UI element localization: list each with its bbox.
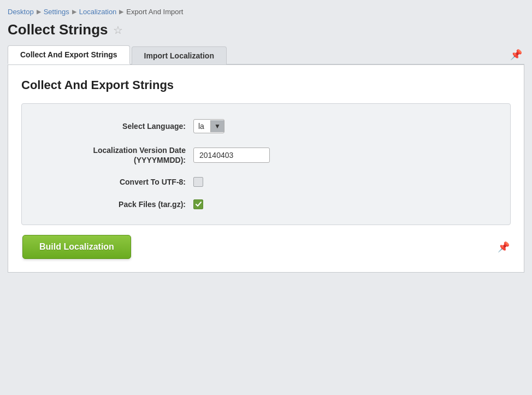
breadcrumb-sep-2: ▶: [72, 8, 76, 15]
breadcrumb-desktop[interactable]: Desktop: [8, 8, 34, 16]
pack-files-label: Pack Files (tar.gz):: [44, 199, 186, 209]
pack-files-row: Pack Files (tar.gz):: [44, 199, 488, 209]
localization-version-input[interactable]: [193, 148, 270, 163]
select-language-label: Select Language:: [44, 121, 186, 131]
convert-utf8-label: Convert To UTF-8:: [44, 177, 186, 187]
select-language-row: Select Language: la ▼: [44, 119, 488, 133]
localization-version-label: Localization Version Date (YYYYMMDD):: [44, 145, 186, 165]
language-select[interactable]: la ▼: [193, 119, 224, 133]
breadcrumb-sep-3: ▶: [119, 8, 123, 15]
favorite-star-icon[interactable]: ☆: [113, 23, 123, 37]
breadcrumb-current: Export And Import: [126, 8, 183, 16]
tab-collect-export[interactable]: Collect And Export Strings: [8, 45, 130, 64]
build-localization-button[interactable]: Build Localization: [22, 235, 131, 259]
convert-utf8-checkbox[interactable]: [193, 177, 203, 187]
language-select-arrow-icon[interactable]: ▼: [210, 120, 224, 132]
pin-icon-bottom[interactable]: 📌: [498, 241, 510, 253]
content-panel: Collect And Export Strings Select Langua…: [8, 65, 524, 273]
main-container: Desktop ▶ Settings ▶ Localization ▶ Expo…: [0, 0, 532, 395]
tabs-bar: Collect And Export Strings Import Locali…: [8, 45, 524, 65]
checkmark-icon: [195, 201, 202, 208]
tab-import-localization[interactable]: Import Localization: [132, 46, 227, 64]
localization-version-row: Localization Version Date (YYYYMMDD):: [44, 145, 488, 165]
bottom-bar: Build Localization 📌: [21, 235, 511, 259]
page-title: Collect Strings: [8, 21, 108, 38]
form-box: Select Language: la ▼ Localization Versi…: [21, 103, 511, 225]
page-title-row: Collect Strings ☆: [8, 21, 524, 38]
breadcrumb: Desktop ▶ Settings ▶ Localization ▶ Expo…: [8, 5, 524, 16]
pack-files-checkbox[interactable]: [193, 199, 203, 209]
breadcrumb-localization[interactable]: Localization: [79, 8, 117, 16]
convert-utf8-row: Convert To UTF-8:: [44, 177, 488, 187]
pin-icon-top[interactable]: 📌: [510, 49, 524, 64]
language-select-value: la: [194, 120, 210, 133]
breadcrumb-settings[interactable]: Settings: [44, 8, 69, 16]
breadcrumb-sep-1: ▶: [37, 8, 41, 15]
section-title: Collect And Export Strings: [21, 78, 511, 92]
